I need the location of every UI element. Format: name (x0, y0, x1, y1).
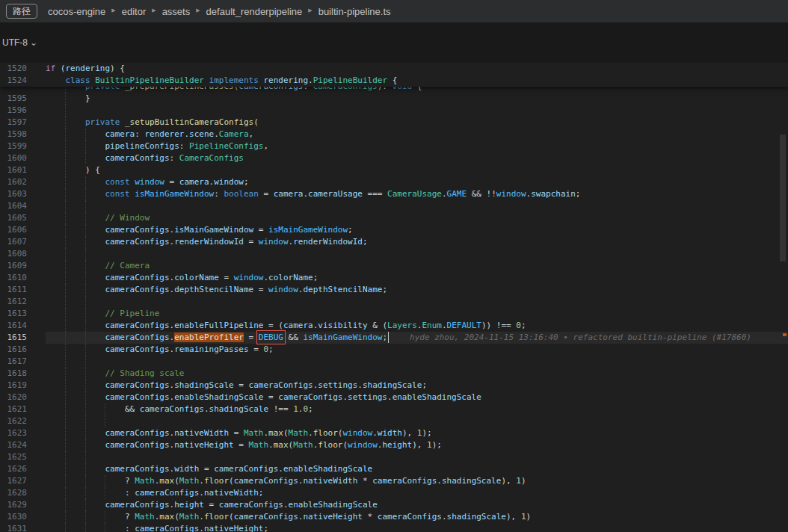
code-line[interactable]: 1625 (0, 451, 788, 463)
code-line[interactable]: 1621 && cameraConfigs.shadingScale !== 1… (0, 403, 788, 415)
line-number[interactable]: 1605 (0, 212, 46, 224)
line-number[interactable] (0, 87, 46, 93)
line-number[interactable]: 1603 (0, 188, 46, 200)
indent-guide (85, 248, 86, 260)
line-number[interactable]: 1608 (0, 248, 46, 260)
code-text: cameraConfigs: CameraConfigs (46, 152, 788, 164)
line-number[interactable]: 1611 (0, 284, 46, 296)
line-number[interactable]: 1618 (0, 368, 46, 380)
line-number[interactable]: 1616 (0, 344, 46, 356)
line-number[interactable]: 1601 (0, 164, 46, 176)
code-line[interactable]: 1614 cameraConfigs.enableFullPipeline = … (0, 320, 788, 332)
code-line[interactable]: 1629 cameraConfigs.height = cameraConfig… (0, 499, 788, 511)
line-number[interactable]: 1602 (0, 176, 46, 188)
line-number[interactable]: 1598 (0, 129, 46, 140)
code-line[interactable]: 1617 (0, 356, 788, 368)
line-number[interactable]: 1620 (0, 392, 46, 403)
line-number[interactable]: 1631 (0, 523, 46, 532)
code-line[interactable]: 1616 cameraConfigs.remainingPasses = 0; (0, 344, 788, 356)
indent-guide (85, 332, 86, 344)
code-line[interactable]: 1615 cameraConfigs.enableProfiler = DEBU… (0, 332, 788, 344)
line-number[interactable]: 1615 (0, 332, 46, 344)
indent-guide (65, 284, 66, 296)
code-line[interactable]: 1630 ? Math.max(Math.floor(cameraConfigs… (0, 511, 788, 523)
breadcrumb-item-default-renderpipeline[interactable]: default_renderpipeline (206, 6, 303, 17)
line-number[interactable]: 1617 (0, 356, 46, 368)
line-number[interactable]: 1627 (0, 475, 46, 487)
code-line[interactable]: 1598 camera: renderer.scene.Camera, (0, 129, 788, 140)
code-line[interactable]: 1619 cameraConfigs.shadingScale = camera… (0, 380, 788, 392)
code-line[interactable]: 1627 ? Math.max(Math.floor(cameraConfigs… (0, 475, 788, 487)
line-number[interactable]: 1614 (0, 320, 46, 332)
line-number[interactable]: 1625 (0, 451, 46, 463)
code-line[interactable]: 1618 // Shading scale (0, 368, 788, 380)
breadcrumb-item-editor[interactable]: editor (122, 6, 147, 17)
code-line[interactable]: 1606 cameraConfigs.isMainGameWindow = is… (0, 224, 788, 236)
code-line[interactable]: 1604 (0, 200, 788, 212)
code-line[interactable]: 1608 (0, 248, 788, 260)
code-line[interactable]: 1597 private _setupBuiltinCameraConfigs( (0, 117, 788, 129)
line-number[interactable]: 1600 (0, 152, 46, 164)
code-line[interactable]: 1612 (0, 296, 788, 308)
code-line[interactable]: 1628 : cameraConfigs.nativeWidth; (0, 487, 788, 499)
line-number[interactable]: 1623 (0, 427, 46, 439)
encoding-selector[interactable]: UTF-8 ⌄ (2, 37, 37, 48)
code-line[interactable]: 1603 const isMainGameWindow: boolean = c… (0, 188, 788, 200)
code-line[interactable]: 1601 ) { (0, 164, 788, 176)
line-number[interactable]: 1595 (0, 93, 46, 105)
code-line[interactable]: 1620 cameraConfigs.enableShadingScale = … (0, 392, 788, 403)
line-number[interactable]: 1520 (0, 63, 46, 75)
code-line[interactable]: 1600 cameraConfigs: CameraConfigs (0, 152, 788, 164)
line-number[interactable]: 1604 (0, 200, 46, 212)
code-line[interactable]: 1607 cameraConfigs.renderWindowId = wind… (0, 236, 788, 248)
breadcrumb-item-builtin-pipeline[interactable]: builtin-pipeline.ts (318, 6, 391, 17)
line-number[interactable]: 1630 (0, 511, 46, 523)
sticky-line[interactable]: 1520if (rendering) { (0, 63, 788, 75)
code-text: const window = camera.window; (46, 176, 788, 188)
code-line[interactable]: 1599 pipelineConfigs: PipelineConfigs, (0, 140, 788, 152)
line-number[interactable]: 1612 (0, 296, 46, 308)
code-line[interactable]: 1602 const window = camera.window; (0, 176, 788, 188)
line-number[interactable]: 1622 (0, 415, 46, 427)
line-number[interactable]: 1606 (0, 224, 46, 236)
breadcrumb-item-assets[interactable]: assets (162, 6, 191, 17)
code-line[interactable]: 1595 } (0, 93, 788, 105)
line-number[interactable]: 1596 (0, 105, 46, 117)
line-number[interactable]: 1609 (0, 260, 46, 272)
breadcrumb-separator-icon: ▶ (111, 7, 115, 13)
line-number[interactable]: 1607 (0, 236, 46, 248)
code-line[interactable]: 1622 (0, 415, 788, 427)
line-number[interactable]: 1624 (0, 439, 46, 451)
code-line[interactable]: 1605 // Window (0, 212, 788, 224)
scrollbar-thumb[interactable] (780, 134, 786, 262)
code-text: cameraConfigs.nativeHeight = Math.max(Ma… (46, 439, 788, 451)
line-number[interactable]: 1626 (0, 463, 46, 475)
line-number[interactable]: 1599 (0, 140, 46, 152)
code-line[interactable]: 1609 // Camera (0, 260, 788, 272)
code-line[interactable]: 1631 : cameraConfigs.nativeHeight; (0, 523, 788, 532)
breadcrumb-item-cocos-engine[interactable]: cocos-engine (48, 6, 105, 17)
code-text: cameraConfigs.nativeWidth = Math.max(Mat… (46, 427, 788, 439)
scrollbar[interactable] (778, 63, 788, 532)
line-number[interactable]: 1629 (0, 499, 46, 511)
code-editor[interactable]: 1520if (rendering) {1524 class BuiltinPi… (0, 63, 788, 532)
line-number[interactable]: 1597 (0, 117, 46, 129)
code-line[interactable]: 1596 (0, 105, 788, 117)
line-number[interactable]: 1613 (0, 308, 46, 320)
line-number[interactable]: 1628 (0, 487, 46, 499)
code-line[interactable]: 1626 cameraConfigs.width = cameraConfigs… (0, 463, 788, 475)
indent-guide (105, 403, 105, 415)
code-line[interactable]: 1624 cameraConfigs.nativeHeight = Math.m… (0, 439, 788, 451)
line-number[interactable]: 1621 (0, 403, 46, 415)
line-number[interactable]: 1610 (0, 272, 46, 284)
code-line[interactable]: private _preparePipelinePasses(cameraCon… (0, 87, 788, 93)
indent-guide (85, 308, 86, 320)
line-number[interactable]: 1524 (0, 75, 46, 87)
line-number[interactable]: 1619 (0, 380, 46, 392)
indent-guide (65, 511, 66, 523)
sticky-line[interactable]: 1524 class BuiltinPipelineBuilder implem… (0, 75, 788, 87)
code-line[interactable]: 1610 cameraConfigs.colorName = window.co… (0, 272, 788, 284)
code-line[interactable]: 1611 cameraConfigs.depthStencilName = wi… (0, 284, 788, 296)
code-line[interactable]: 1613 // Pipeline (0, 308, 788, 320)
code-line[interactable]: 1623 cameraConfigs.nativeWidth = Math.ma… (0, 427, 788, 439)
